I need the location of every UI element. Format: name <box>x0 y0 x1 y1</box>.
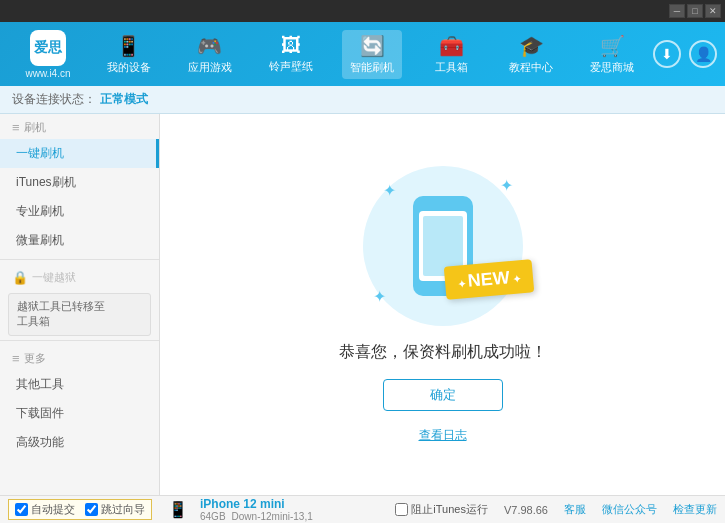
minimize-button[interactable]: ─ <box>669 4 685 18</box>
apps-games-icon: 🎮 <box>197 34 222 58</box>
new-badge: NEW <box>444 259 534 300</box>
main-layout: ≡ 刷机 一键刷机 iTunes刷机 专业刷机 微量刷机 🔒 一键越狱 越狱工具… <box>0 114 725 495</box>
stop-itunes-label: 阻止iTunes运行 <box>411 502 488 517</box>
smart-flash-icon: 🔄 <box>360 34 385 58</box>
apps-games-label: 应用游戏 <box>188 60 232 75</box>
window-controls: ─ □ ✕ <box>669 4 721 18</box>
maximize-button[interactable]: □ <box>687 4 703 18</box>
sparkle-bottom-left: ✦ <box>373 287 386 306</box>
device-name: iPhone 12 mini <box>200 497 313 511</box>
sidebar-jailbreak-note: 越狱工具已转移至工具箱 <box>8 293 151 336</box>
nav-store[interactable]: 🛒 爱思商城 <box>582 30 642 79</box>
wallpaper-icon: 🖼 <box>281 34 301 57</box>
check-update-link[interactable]: 检查更新 <box>673 502 717 517</box>
nav-my-device[interactable]: 📱 我的设备 <box>99 30 159 79</box>
jailbreak-label: 一键越狱 <box>32 270 76 285</box>
sidebar-item-other-tools[interactable]: 其他工具 <box>0 370 159 399</box>
group-more-icon: ≡ <box>12 351 20 366</box>
support-link[interactable]: 客服 <box>564 502 586 517</box>
group-flash-icon: ≡ <box>12 120 20 135</box>
sidebar-divider-2 <box>0 340 159 341</box>
sidebar-item-download-firmware[interactable]: 下载固件 <box>0 399 159 428</box>
toolbox-label: 工具箱 <box>435 60 468 75</box>
stop-itunes-checkbox[interactable] <box>395 503 408 516</box>
skip-wizard-input[interactable] <box>85 503 98 516</box>
skip-wizard-checkbox[interactable]: 跳过向导 <box>85 502 145 517</box>
bottom-right: 阻止iTunes运行 V7.98.66 客服 微信公众号 检查更新 <box>395 502 717 517</box>
sidebar: ≡ 刷机 一键刷机 iTunes刷机 专业刷机 微量刷机 🔒 一键越狱 越狱工具… <box>0 114 160 495</box>
stop-itunes: 阻止iTunes运行 <box>395 502 488 517</box>
nav-wallpaper[interactable]: 🖼 铃声壁纸 <box>261 30 321 78</box>
device-info: iPhone 12 mini 64GB Down-12mini-13,1 <box>200 497 313 522</box>
nav-right: ⬇ 👤 <box>653 40 717 68</box>
auto-submit-input[interactable] <box>15 503 28 516</box>
logo-icon: 爱思 <box>30 30 66 66</box>
status-value: 正常模式 <box>100 91 148 108</box>
nav-toolbox[interactable]: 🧰 工具箱 <box>424 30 480 79</box>
status-label: 设备连接状态： <box>12 91 96 108</box>
auto-submit-checkbox[interactable]: 自动提交 <box>15 502 75 517</box>
sparkle-top-right: ✦ <box>500 176 513 195</box>
device-firmware: Down-12mini-13,1 <box>232 511 313 522</box>
bottom-bar: 自动提交 跳过向导 📱 iPhone 12 mini 64GB Down-12m… <box>0 495 725 523</box>
device-details: 64GB Down-12mini-13,1 <box>200 511 313 522</box>
header: 爱思 www.i4.cn 📱 我的设备 🎮 应用游戏 🖼 铃声壁纸 🔄 智能刷机… <box>0 22 725 86</box>
phone-illustration: ✦ ✦ ✦ NEW <box>353 166 533 326</box>
success-area: ✦ ✦ ✦ NEW 恭喜您，保资料刷机成功啦！ 确定 查看日志 <box>339 166 547 444</box>
download-button[interactable]: ⬇ <box>653 40 681 68</box>
nav-apps-games[interactable]: 🎮 应用游戏 <box>180 30 240 79</box>
nav-items: 📱 我的设备 🎮 应用游戏 🖼 铃声壁纸 🔄 智能刷机 🧰 工具箱 🎓 教程中心… <box>88 30 653 79</box>
auto-submit-label: 自动提交 <box>31 502 75 517</box>
tutorial-label: 教程中心 <box>509 60 553 75</box>
my-device-label: 我的设备 <box>107 60 151 75</box>
nav-smart-flash[interactable]: 🔄 智能刷机 <box>342 30 402 79</box>
goto-daily-link[interactable]: 查看日志 <box>419 427 467 444</box>
success-title: 恭喜您，保资料刷机成功啦！ <box>339 342 547 363</box>
toolbox-icon: 🧰 <box>439 34 464 58</box>
sidebar-group-jailbreak: 🔒 一键越狱 <box>0 264 159 289</box>
lock-icon: 🔒 <box>12 270 28 285</box>
content-area: ✦ ✦ ✦ NEW 恭喜您，保资料刷机成功啦！ 确定 查看日志 <box>160 114 725 495</box>
device-storage: 64GB <box>200 511 226 522</box>
group-flash-label: 刷机 <box>24 120 46 135</box>
close-button[interactable]: ✕ <box>705 4 721 18</box>
sidebar-item-itunes-flash[interactable]: iTunes刷机 <box>0 168 159 197</box>
sidebar-item-one-click-flash[interactable]: 一键刷机 <box>0 139 159 168</box>
sidebar-item-restore-flash[interactable]: 微量刷机 <box>0 226 159 255</box>
tutorial-icon: 🎓 <box>519 34 544 58</box>
user-button[interactable]: 👤 <box>689 40 717 68</box>
sidebar-item-pro-flash[interactable]: 专业刷机 <box>0 197 159 226</box>
group-more-label: 更多 <box>24 351 46 366</box>
my-device-icon: 📱 <box>116 34 141 58</box>
checkbox-wrapper: 自动提交 跳过向导 <box>8 499 152 520</box>
smart-flash-label: 智能刷机 <box>350 60 394 75</box>
logo[interactable]: 爱思 www.i4.cn <box>8 30 88 79</box>
logo-url: www.i4.cn <box>25 68 70 79</box>
sidebar-group-flash: ≡ 刷机 <box>0 114 159 139</box>
sidebar-divider-1 <box>0 259 159 260</box>
version-text: V7.98.66 <box>504 504 548 516</box>
confirm-button[interactable]: 确定 <box>383 379 503 411</box>
sidebar-group-more: ≡ 更多 <box>0 345 159 370</box>
device-section: 📱 iPhone 12 mini 64GB Down-12mini-13,1 <box>168 497 313 522</box>
title-bar: ─ □ ✕ <box>0 0 725 22</box>
phone-circle: ✦ ✦ ✦ NEW <box>363 166 523 326</box>
skip-wizard-label: 跳过向导 <box>101 502 145 517</box>
device-phone-icon: 📱 <box>168 500 188 519</box>
store-label: 爱思商城 <box>590 60 634 75</box>
status-bar: 设备连接状态： 正常模式 <box>0 86 725 114</box>
nav-tutorial[interactable]: 🎓 教程中心 <box>501 30 561 79</box>
wechat-link[interactable]: 微信公众号 <box>602 502 657 517</box>
sidebar-item-advanced[interactable]: 高级功能 <box>0 428 159 457</box>
sparkle-top-left: ✦ <box>383 181 396 200</box>
wallpaper-label: 铃声壁纸 <box>269 59 313 74</box>
store-icon: 🛒 <box>600 34 625 58</box>
